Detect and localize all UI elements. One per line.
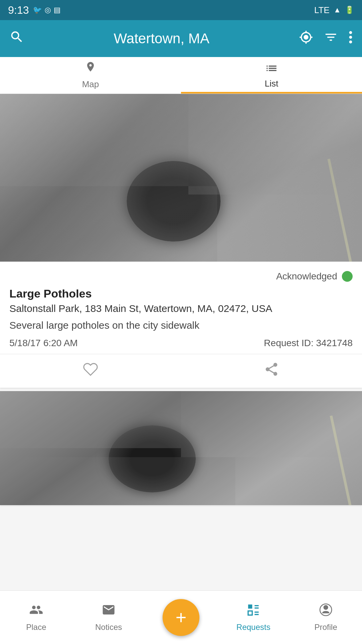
card-address-1: Saltonstall Park, 183 Main St, Watertown… [9,303,353,314]
card-description-1: Several large potholes on the city sidew… [9,320,353,331]
nav-profile-label: Profile [314,623,337,632]
card-title-1: Large Potholes [9,287,353,300]
add-icon: + [176,608,187,627]
nav-notices[interactable]: Notices [72,591,145,644]
heart-icon-1 [83,362,98,380]
road-texture-2 [0,391,362,505]
filter-icon[interactable] [324,30,338,47]
nav-notices-label: Notices [95,623,122,632]
card-image-1 [0,94,362,262]
nav-place[interactable]: Place [0,591,72,644]
svg-point-1 [349,36,352,39]
status-dot-1 [342,271,353,282]
content-area: Acknowledged Large Potholes Saltonstall … [0,94,362,592]
card-body-1: Acknowledged Large Potholes Saltonstall … [0,262,362,348]
circle-dash-icon: ◎ [45,6,51,14]
status-bar-right: LTE ▲ 🔋 [314,5,354,15]
signal-icon: ▲ [334,6,341,14]
request-card-2[interactable] [0,391,362,505]
requests-icon [246,603,260,620]
map-pin-icon [84,61,97,77]
nav-requests-label: Requests [236,623,270,632]
place-icon [29,603,43,620]
lte-label: LTE [314,5,329,15]
status-bar-left: 9:13 🐦 ◎ ▤ [8,4,61,16]
header-title: Watertown, MA [32,31,291,47]
add-request-button[interactable]: + [163,599,199,636]
status-label-1: Acknowledged [276,271,337,282]
share-icon-1 [264,362,279,380]
card-request-id-1: Request ID: 3421748 [264,338,353,348]
status-row-1: Acknowledged [9,271,353,282]
card-icon: ▤ [54,6,61,14]
share-button-1[interactable] [181,354,362,388]
search-icon[interactable] [9,30,24,48]
pothole-photo-1 [0,94,362,262]
cards-list: Acknowledged Large Potholes Saltonstall … [0,94,362,505]
like-button-1[interactable] [0,354,181,388]
status-time: 9:13 [8,4,29,16]
battery-icon: 🔋 [345,6,354,14]
profile-icon [319,603,333,620]
tab-map[interactable]: Map [0,57,181,94]
svg-rect-3 [248,604,252,608]
more-options-icon[interactable] [349,30,353,47]
card-image-2 [0,391,362,505]
pothole-photo-2 [0,391,362,505]
notices-icon [102,603,116,620]
view-tabs: Map List [0,57,362,94]
nav-fab-item: + [145,591,217,644]
status-icons: 🐦 ◎ ▤ [33,6,61,14]
nav-place-label: Place [26,623,46,632]
bottom-navigation: Place Notices + [0,590,362,644]
location-target-icon[interactable] [299,30,313,47]
header-actions [299,30,353,47]
request-card-1[interactable]: Acknowledged Large Potholes Saltonstall … [0,94,362,388]
card-meta-1: 5/18/17 6:20 AM Request ID: 3421748 [9,338,353,348]
tab-map-label: Map [82,79,99,90]
nav-requests[interactable]: Requests [217,591,290,644]
tab-list[interactable]: List [181,57,362,94]
twitter-icon: 🐦 [33,6,42,14]
svg-point-0 [349,31,352,34]
app-header: Watertown, MA [0,20,362,57]
tab-list-underline [181,92,362,94]
svg-rect-4 [248,611,252,615]
card-date-1: 5/18/17 6:20 AM [9,338,78,348]
nav-profile[interactable]: Profile [290,591,362,644]
list-icon [265,62,278,76]
tab-list-label: List [265,78,278,89]
bottom-nav-wrapper: Place Notices + [0,617,362,644]
road-texture [0,94,362,262]
svg-point-2 [349,40,352,43]
status-bar: 9:13 🐦 ◎ ▤ LTE ▲ 🔋 [0,0,362,20]
card-actions-1 [0,354,362,388]
